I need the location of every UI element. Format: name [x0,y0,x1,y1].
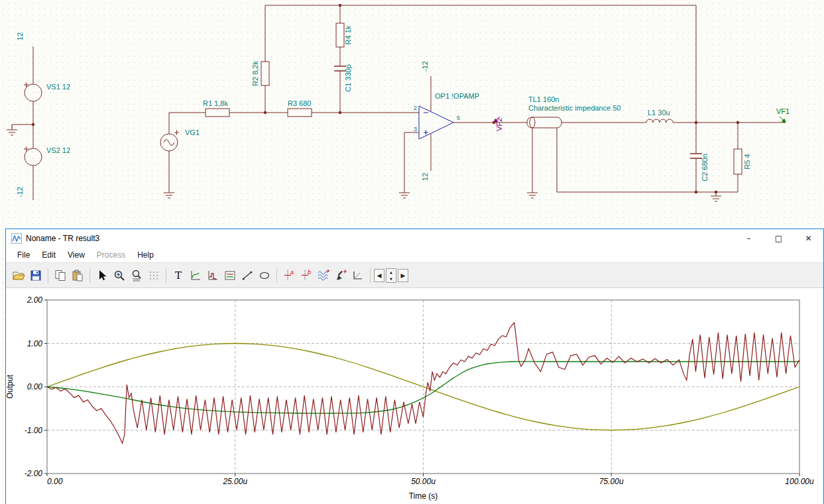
menu-process[interactable]: Process [91,250,131,260]
resistor-r1[interactable] [206,109,229,117]
rail-top-label[interactable]: 12 [16,32,24,40]
cursor-a-button[interactable]: a [280,267,298,284]
floppy-save-icon [29,269,42,282]
tl1-desc-label[interactable]: Characteristic impedance 50 [528,104,620,112]
menu-help[interactable]: Help [131,250,160,260]
y-tick-label: 2.00 [27,295,43,305]
opamp-top-rail-label[interactable]: -12 [421,61,429,72]
curve-green-response[interactable] [47,362,799,413]
menubar: File Edit View Process Help [6,248,823,262]
copy-button[interactable] [52,267,69,284]
schematic-svg[interactable]: 12 -12 VS1 12 VS2 12 VG1 R1 1,8k R2 8,2k… [0,0,824,228]
resistor-r4[interactable] [336,23,344,47]
source-vs2[interactable] [24,147,42,166]
junction-dots [32,4,739,193]
minimize-button[interactable]: – [734,229,764,248]
cursor-b-button[interactable]: b [298,267,315,284]
resistor-r2[interactable] [261,62,269,85]
diagram-curve-tool-button[interactable] [187,267,204,284]
text-tool-button[interactable]: T [170,267,187,284]
generator-vg1[interactable] [160,130,179,152]
resistor-r3[interactable] [288,109,312,117]
zoom-100-button[interactable]: 100 [128,267,145,284]
vs2-label[interactable]: VS2 12 [46,146,70,154]
resistor-r5[interactable] [734,149,742,174]
toolbar-separator [48,268,48,283]
y-tick-label: -1.00 [25,426,43,435]
ellipse-tool-button[interactable] [256,267,273,284]
prev-curve-button[interactable]: ◀ [374,269,384,282]
source-vs1[interactable] [24,83,42,102]
schematic-canvas[interactable]: 12 -12 VS1 12 VS2 12 VG1 R1 1,8k R2 8,2k… [0,0,824,504]
wires[interactable] [12,5,786,200]
cursor-arrow-icon [95,269,109,282]
toolbar-separator [166,268,166,283]
ground-icon[interactable] [399,193,410,198]
grid-dots-icon [147,269,160,282]
close-button[interactable]: ✕ [794,229,823,248]
r2-label[interactable]: R2 8,2k [251,61,259,86]
menu-view[interactable]: View [62,250,91,260]
ground-icon[interactable] [7,125,17,135]
ground-icon[interactable] [527,193,538,198]
window-title: Noname - TR result3 [26,234,99,243]
opamp-op1[interactable] [419,106,453,139]
select-cursor-button[interactable] [93,267,111,284]
paste-button[interactable] [69,267,86,284]
titlebar[interactable]: Noname - TR result3 – □ ✕ [6,229,823,248]
left-arrow-icon: ◀ [377,272,382,279]
text-tool-glyph: T [175,270,182,281]
voltage-pin-vf1[interactable] [780,117,786,123]
c1-label[interactable]: C1 330p [344,64,352,92]
curve-spinner[interactable]: ▲ ▼ [386,268,396,283]
signal-waves-icon [317,269,330,282]
x-tick-label: 50.00u [411,477,436,486]
zoom-100-text: 100 [133,277,140,282]
r4-label[interactable]: R4 1k [344,25,352,44]
transmission-line-tl1[interactable] [527,117,561,128]
ground-icon[interactable] [164,193,174,198]
r1-label[interactable]: R1 1,8k [203,99,228,107]
inductor-l1[interactable] [646,119,673,123]
open-button[interactable] [10,267,27,284]
maximize-button[interactable]: □ [764,229,794,248]
save-button[interactable] [27,267,44,284]
curve-darkred-output[interactable] [47,323,799,443]
corner-angle-icon [351,269,365,282]
pen-tool-button[interactable] [332,267,349,284]
next-curve-button[interactable]: ▶ [398,269,408,282]
opamp-pin6-number: 6 [457,115,460,121]
corner-tool-button[interactable] [349,267,367,284]
legend-tool-button[interactable] [221,267,239,284]
c2-label[interactable]: C2 680n [701,154,709,181]
menu-file[interactable]: File [11,250,36,260]
grid-toggle-button[interactable] [145,267,162,284]
vf1-label[interactable]: VF1 [776,107,790,115]
ground-symbols[interactable] [7,125,721,201]
y-tick-label: 1.00 [27,339,43,348]
vf2-label[interactable]: VF2 [495,118,503,131]
tl1-label[interactable]: TL1 160n [528,95,559,103]
spin-down-icon[interactable]: ▼ [386,276,396,282]
line-tool-button[interactable] [239,267,256,284]
line-tool-icon [241,269,254,282]
r3-label[interactable]: R3 680 [288,99,311,107]
vs1-label[interactable]: VS1 12 [46,83,70,91]
signal-waves-tool-button[interactable] [315,267,332,284]
zoom-in-button[interactable] [111,267,128,284]
opamp-label[interactable]: OP1 !OPAMP [435,92,479,100]
result-window: Noname - TR result3 – □ ✕ File Edit View… [5,228,824,504]
paste-icon [71,269,84,282]
result-chart-svg[interactable]: -2.00-1.000.001.002.000.0025.00u50.00u75… [6,288,823,504]
l1-label[interactable]: L1 30u [648,109,670,117]
spin-up-icon[interactable]: ▲ [386,269,396,276]
x-tick-label: 75.00u [599,477,624,486]
rail-bottom-label[interactable]: -12 [16,187,24,197]
r5-label[interactable]: R5 4 [743,154,751,169]
y-tick-label: -2.00 [25,469,43,478]
vg1-label[interactable]: VG1 [185,128,200,136]
ground-icon[interactable] [711,196,721,201]
menu-edit[interactable]: Edit [36,250,62,260]
diagram-step-tool-button[interactable] [204,267,221,284]
opamp-bottom-rail-label[interactable]: 12 [421,173,429,181]
